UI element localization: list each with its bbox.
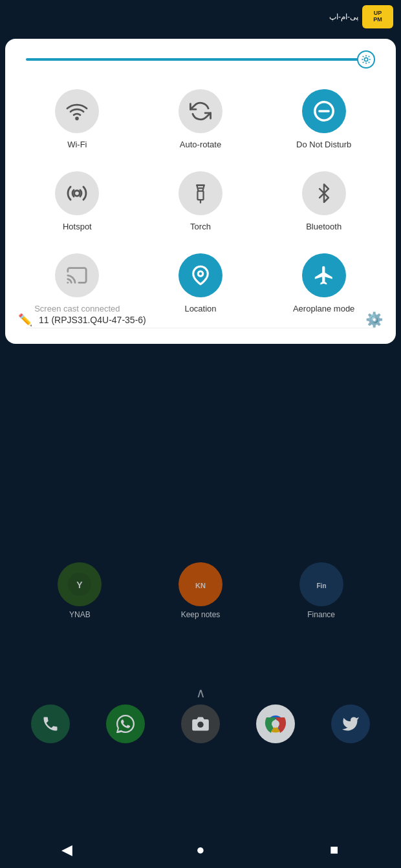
svg-rect-13 <box>197 191 203 200</box>
donotdisturb-icon-circle <box>302 89 346 133</box>
screencast-icon-circle <box>55 253 99 297</box>
bluetooth-label: Bluetooth <box>306 222 341 233</box>
bottom-dock <box>0 704 401 743</box>
dock-camera[interactable] <box>181 704 220 743</box>
svg-point-9 <box>76 118 78 120</box>
ynab-icon: Y <box>58 562 102 606</box>
quick-settings-panel: Wi-Fi Auto-rotate Do Not Disturb <box>5 39 396 344</box>
settings-icon[interactable]: ⚙️ <box>365 312 383 328</box>
version-text: 11 (RPJS31.Q4U-47-35-6) <box>39 315 146 325</box>
svg-text:Fin: Fin <box>316 582 326 589</box>
svg-point-18 <box>198 271 203 277</box>
edit-icon[interactable]: ✏️ <box>18 313 32 327</box>
hotspot-icon-circle <box>55 171 99 215</box>
tile-hotspot[interactable]: Hotspot <box>16 161 139 243</box>
svg-line-6 <box>369 62 369 63</box>
version-info: ✏️ 11 (RPJS31.Q4U-47-35-6) <box>18 313 146 327</box>
tile-bluetooth[interactable]: Bluetooth <box>262 161 385 243</box>
nav-back-button[interactable]: ◀ <box>54 837 80 863</box>
autorotate-label: Auto-rotate <box>180 140 221 151</box>
svg-line-7 <box>363 62 363 63</box>
dock-phone[interactable] <box>31 704 70 743</box>
background-apps: Y YNAB KN Keep notes Fin Finance <box>0 562 401 619</box>
brightness-thumb[interactable] <box>357 50 375 69</box>
tile-torch[interactable]: Torch <box>139 161 263 243</box>
finance-label: Finance <box>307 610 335 619</box>
wifi-label: Wi-Fi <box>67 140 87 151</box>
keepnotes-icon: KN <box>179 562 222 606</box>
status-urdu-text: پی-ام-اپ <box>329 12 358 21</box>
brightness-track[interactable] <box>26 58 375 61</box>
keepnotes-label: Keep notes <box>181 610 221 619</box>
location-icon-circle <box>179 253 222 297</box>
app-keepnotes[interactable]: KN Keep notes <box>179 562 222 619</box>
tile-autorotate[interactable]: Auto-rotate <box>139 79 263 161</box>
wifi-icon-circle <box>55 89 99 133</box>
svg-point-0 <box>364 58 367 61</box>
svg-point-25 <box>197 722 203 728</box>
tiles-grid: Wi-Fi Auto-rotate Do Not Disturb <box>16 79 385 325</box>
hotspot-label: Hotspot <box>63 222 92 233</box>
panel-bottom-bar: ✏️ 11 (RPJS31.Q4U-47-35-6) ⚙️ <box>10 312 391 328</box>
bluetooth-icon-circle <box>302 171 346 215</box>
app-finance[interactable]: Fin Finance <box>299 562 343 619</box>
tile-wifi[interactable]: Wi-Fi <box>16 79 139 161</box>
dock-whatsapp[interactable] <box>106 704 145 743</box>
torch-icon-circle <box>179 171 222 215</box>
dock-chrome[interactable] <box>256 704 295 743</box>
aeroplanemode-icon-circle <box>302 253 346 297</box>
uppm-logo: UPPM <box>362 5 393 28</box>
donotdisturb-label: Do Not Disturb <box>296 140 351 151</box>
nav-home-button[interactable]: ● <box>188 837 213 863</box>
svg-point-28 <box>272 720 279 728</box>
svg-line-5 <box>363 56 363 57</box>
status-bar: پی-ام-اپ UPPM <box>321 0 401 34</box>
svg-line-8 <box>369 56 369 57</box>
finance-icon: Fin <box>299 562 343 606</box>
torch-label: Torch <box>190 222 211 233</box>
up-arrow: ∧ <box>196 685 206 701</box>
svg-point-12 <box>74 191 80 196</box>
ynab-label: YNAB <box>69 610 91 619</box>
tile-donotdisturb[interactable]: Do Not Disturb <box>262 79 385 161</box>
nav-bar: ◀ ● ■ <box>0 832 401 868</box>
nav-recent-button[interactable]: ■ <box>321 837 347 863</box>
svg-text:KN: KN <box>195 582 206 589</box>
brightness-slider-container[interactable] <box>16 52 385 74</box>
svg-text:Y: Y <box>77 580 83 590</box>
autorotate-icon-circle <box>179 89 222 133</box>
app-ynab[interactable]: Y YNAB <box>58 562 102 619</box>
dock-twitter[interactable] <box>331 704 370 743</box>
